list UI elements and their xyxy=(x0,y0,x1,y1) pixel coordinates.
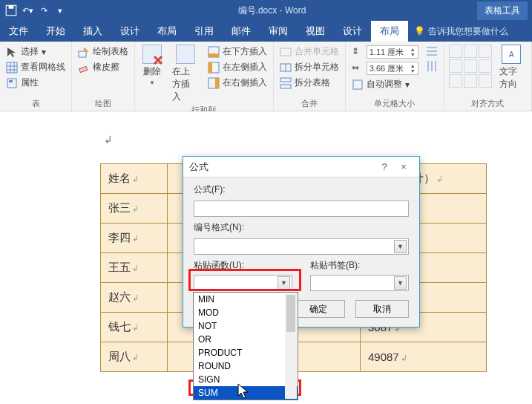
svg-rect-10 xyxy=(208,62,212,73)
list-item[interactable]: SIGN xyxy=(194,373,298,386)
align-bl-icon[interactable] xyxy=(449,74,462,88)
contextual-tab-title: 表格工具 xyxy=(477,1,528,20)
delete-icon xyxy=(142,45,162,64)
group-table: 选择 ▾ 查看网格线 属性 表 xyxy=(0,42,72,111)
insert-above-icon xyxy=(176,45,195,64)
alignment-grid[interactable] xyxy=(449,45,492,88)
chevron-down-icon: ▼ xyxy=(278,276,290,290)
tab-layout[interactable]: 布局 xyxy=(148,21,185,42)
insert-above-button[interactable]: 在上方插入 xyxy=(169,45,202,103)
svg-rect-16 xyxy=(280,78,291,82)
dialog-titlebar[interactable]: 公式 ? × xyxy=(183,157,419,177)
undo-icon[interactable]: ↶▾ xyxy=(21,4,34,17)
close-button[interactable]: × xyxy=(394,161,413,172)
select-button[interactable]: 选择 ▾ xyxy=(4,45,67,59)
list-item[interactable]: PRODUCT xyxy=(194,346,298,359)
chevron-down-icon: ▼ xyxy=(394,276,407,290)
svg-rect-8 xyxy=(208,53,219,57)
align-tr-icon[interactable] xyxy=(479,45,492,58)
tab-mailings[interactable]: 邮件 xyxy=(223,21,260,42)
autofit-button[interactable]: 自动调整 ▾ xyxy=(350,77,420,91)
eraser-icon xyxy=(78,62,90,74)
distribute-cols-button[interactable] xyxy=(424,59,439,73)
paste-function-label: 粘贴函数(U): xyxy=(194,259,292,272)
col-right-icon xyxy=(208,77,220,89)
insert-left-button[interactable]: 在左侧插入 xyxy=(206,60,269,74)
dist-cols-icon xyxy=(426,60,438,72)
formula-input[interactable] xyxy=(194,201,409,217)
function-dropdown[interactable]: MIN MOD NOT OR PRODUCT ROUND SIGN SUM xyxy=(193,292,298,400)
distribute-rows-button[interactable] xyxy=(424,45,439,58)
svg-rect-6 xyxy=(79,66,88,72)
tab-view[interactable]: 视图 xyxy=(297,21,334,42)
list-item[interactable]: NOT xyxy=(194,319,298,333)
list-item-selected[interactable]: SUM xyxy=(194,386,298,400)
autofit-icon xyxy=(352,79,364,91)
ok-button[interactable]: 确定 xyxy=(292,300,345,318)
grid-icon xyxy=(6,62,18,74)
paragraph-mark-icon: ↲ xyxy=(104,134,113,146)
properties-button[interactable]: 属性 xyxy=(4,76,67,90)
qat-more-icon[interactable]: ▾ xyxy=(53,4,67,17)
save-icon[interactable] xyxy=(4,4,18,17)
width-icon: ⇔ xyxy=(352,62,364,74)
pointer-icon xyxy=(6,46,18,58)
tab-table-design[interactable]: 设计 xyxy=(334,21,371,42)
list-item[interactable]: MOD xyxy=(194,306,298,319)
merge-cells-button[interactable]: 合并单元格 xyxy=(278,45,341,59)
redo-icon[interactable]: ↷ xyxy=(37,4,50,17)
merge-icon xyxy=(280,46,292,58)
tab-references[interactable]: 引用 xyxy=(185,21,223,42)
align-br-icon[interactable] xyxy=(479,74,492,88)
split-cells-button[interactable]: 拆分单元格 xyxy=(278,60,341,74)
tab-review[interactable]: 审阅 xyxy=(260,21,297,42)
height-icon: ⇕ xyxy=(352,46,364,58)
delete-button[interactable]: 删除▼ xyxy=(139,45,165,86)
list-item[interactable]: MIN xyxy=(194,293,298,306)
align-mr-icon[interactable] xyxy=(479,59,492,73)
draw-table-button[interactable]: 绘制表格 xyxy=(76,45,130,59)
svg-rect-18 xyxy=(353,80,362,89)
scrollbar[interactable] xyxy=(285,293,297,399)
help-button[interactable]: ? xyxy=(375,161,394,172)
split-table-button[interactable]: 拆分表格 xyxy=(278,76,341,90)
paste-function-combo[interactable]: ▼ xyxy=(194,275,292,291)
dist-rows-icon xyxy=(426,45,438,57)
row-height[interactable]: ⇕1.11 厘米▲▼ xyxy=(350,45,420,59)
col-left-icon xyxy=(208,62,220,74)
insert-right-button[interactable]: 在右侧插入 xyxy=(206,76,269,90)
svg-rect-4 xyxy=(9,80,13,82)
col-width[interactable]: ⇔3.66 厘米▲▼ xyxy=(350,61,420,76)
paste-bookmark-combo[interactable]: ▼ xyxy=(310,275,409,291)
dialog-title: 公式 xyxy=(189,160,208,174)
align-bc-icon[interactable] xyxy=(464,74,477,88)
align-tc-icon[interactable] xyxy=(464,45,477,58)
window-title: 编号.docx - Word xyxy=(67,4,477,17)
view-gridlines-button[interactable]: 查看网格线 xyxy=(4,60,67,74)
tab-home[interactable]: 开始 xyxy=(37,21,74,42)
svg-rect-17 xyxy=(280,85,291,88)
tell-me[interactable]: 💡 告诉我您想要做什么 xyxy=(414,21,508,42)
format-label: 编号格式(N): xyxy=(194,221,409,234)
align-ml-icon[interactable] xyxy=(449,59,462,73)
svg-rect-3 xyxy=(7,79,16,88)
cancel-button[interactable]: 取消 xyxy=(355,300,409,318)
align-mc-icon[interactable] xyxy=(464,59,477,73)
text-direction-button[interactable]: A文字方向 xyxy=(496,45,527,91)
list-item[interactable]: ROUND xyxy=(194,359,298,373)
svg-rect-2 xyxy=(7,62,17,73)
split-icon xyxy=(280,62,292,74)
eraser-button[interactable]: 橡皮擦 xyxy=(76,60,130,74)
tab-insert[interactable]: 插入 xyxy=(74,21,111,42)
tab-file[interactable]: 文件 xyxy=(0,21,37,42)
tab-design[interactable]: 设计 xyxy=(111,21,148,42)
list-item[interactable]: OR xyxy=(194,333,298,346)
tab-table-layout[interactable]: 布局 xyxy=(371,21,408,42)
width-spinner[interactable]: 3.66 厘米▲▼ xyxy=(367,62,418,75)
format-combo[interactable]: ▼ xyxy=(194,238,409,255)
ribbon-tabs: 文件 开始 插入 设计 布局 引用 邮件 审阅 视图 设计 布局 💡 告诉我您想… xyxy=(0,21,532,42)
insert-below-button[interactable]: 在下方插入 xyxy=(206,45,269,59)
align-tl-icon[interactable] xyxy=(449,45,462,58)
svg-rect-12 xyxy=(215,78,219,88)
height-spinner[interactable]: 1.11 厘米▲▼ xyxy=(367,45,418,59)
